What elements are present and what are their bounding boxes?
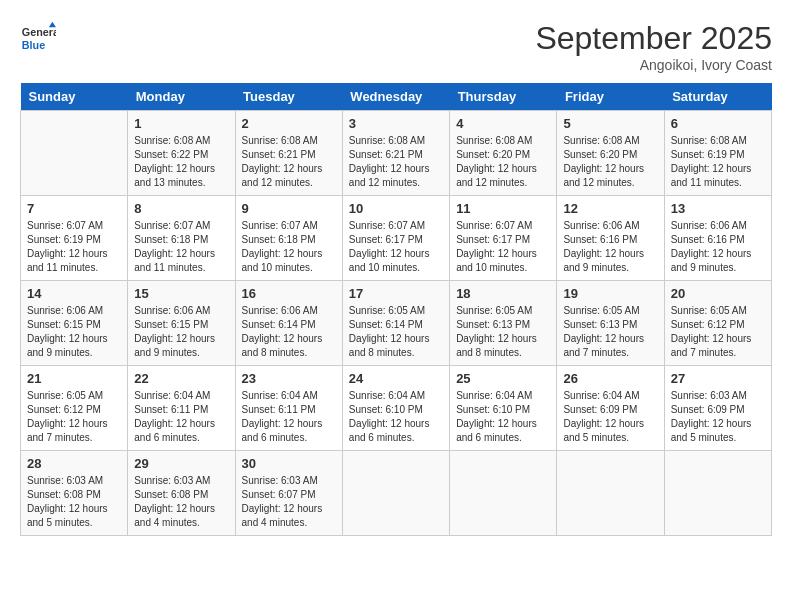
weekday-header-tuesday: Tuesday (235, 83, 342, 111)
calendar-cell: 19Sunrise: 6:05 AM Sunset: 6:13 PM Dayli… (557, 281, 664, 366)
day-info: Sunrise: 6:08 AM Sunset: 6:21 PM Dayligh… (349, 134, 443, 190)
day-info: Sunrise: 6:04 AM Sunset: 6:11 PM Dayligh… (242, 389, 336, 445)
day-number: 27 (671, 371, 765, 386)
day-number: 16 (242, 286, 336, 301)
weekday-header-wednesday: Wednesday (342, 83, 449, 111)
day-info: Sunrise: 6:04 AM Sunset: 6:10 PM Dayligh… (349, 389, 443, 445)
day-info: Sunrise: 6:03 AM Sunset: 6:09 PM Dayligh… (671, 389, 765, 445)
day-info: Sunrise: 6:08 AM Sunset: 6:20 PM Dayligh… (563, 134, 657, 190)
day-info: Sunrise: 6:06 AM Sunset: 6:15 PM Dayligh… (134, 304, 228, 360)
day-info: Sunrise: 6:07 AM Sunset: 6:19 PM Dayligh… (27, 219, 121, 275)
calendar-cell: 18Sunrise: 6:05 AM Sunset: 6:13 PM Dayli… (450, 281, 557, 366)
page-header: General Blue September 2025 Angoikoi, Iv… (20, 20, 772, 73)
day-info: Sunrise: 6:05 AM Sunset: 6:14 PM Dayligh… (349, 304, 443, 360)
calendar-header-row: SundayMondayTuesdayWednesdayThursdayFrid… (21, 83, 772, 111)
day-info: Sunrise: 6:05 AM Sunset: 6:13 PM Dayligh… (456, 304, 550, 360)
calendar-body: 1Sunrise: 6:08 AM Sunset: 6:22 PM Daylig… (21, 111, 772, 536)
day-number: 20 (671, 286, 765, 301)
calendar-cell: 15Sunrise: 6:06 AM Sunset: 6:15 PM Dayli… (128, 281, 235, 366)
day-number: 24 (349, 371, 443, 386)
calendar-week-5: 28Sunrise: 6:03 AM Sunset: 6:08 PM Dayli… (21, 451, 772, 536)
calendar-week-4: 21Sunrise: 6:05 AM Sunset: 6:12 PM Dayli… (21, 366, 772, 451)
title-section: September 2025 Angoikoi, Ivory Coast (535, 20, 772, 73)
day-info: Sunrise: 6:07 AM Sunset: 6:17 PM Dayligh… (349, 219, 443, 275)
calendar-cell: 1Sunrise: 6:08 AM Sunset: 6:22 PM Daylig… (128, 111, 235, 196)
day-number: 28 (27, 456, 121, 471)
calendar-cell: 5Sunrise: 6:08 AM Sunset: 6:20 PM Daylig… (557, 111, 664, 196)
day-number: 9 (242, 201, 336, 216)
calendar-cell (664, 451, 771, 536)
calendar-cell: 24Sunrise: 6:04 AM Sunset: 6:10 PM Dayli… (342, 366, 449, 451)
day-info: Sunrise: 6:04 AM Sunset: 6:09 PM Dayligh… (563, 389, 657, 445)
day-number: 7 (27, 201, 121, 216)
day-info: Sunrise: 6:05 AM Sunset: 6:13 PM Dayligh… (563, 304, 657, 360)
day-info: Sunrise: 6:06 AM Sunset: 6:14 PM Dayligh… (242, 304, 336, 360)
day-number: 25 (456, 371, 550, 386)
day-info: Sunrise: 6:07 AM Sunset: 6:18 PM Dayligh… (134, 219, 228, 275)
day-number: 19 (563, 286, 657, 301)
day-info: Sunrise: 6:04 AM Sunset: 6:11 PM Dayligh… (134, 389, 228, 445)
weekday-header-monday: Monday (128, 83, 235, 111)
calendar-week-3: 14Sunrise: 6:06 AM Sunset: 6:15 PM Dayli… (21, 281, 772, 366)
calendar-cell: 3Sunrise: 6:08 AM Sunset: 6:21 PM Daylig… (342, 111, 449, 196)
day-number: 22 (134, 371, 228, 386)
calendar-cell (342, 451, 449, 536)
calendar-table: SundayMondayTuesdayWednesdayThursdayFrid… (20, 83, 772, 536)
day-number: 4 (456, 116, 550, 131)
calendar-cell: 14Sunrise: 6:06 AM Sunset: 6:15 PM Dayli… (21, 281, 128, 366)
day-number: 10 (349, 201, 443, 216)
calendar-cell: 13Sunrise: 6:06 AM Sunset: 6:16 PM Dayli… (664, 196, 771, 281)
calendar-cell: 2Sunrise: 6:08 AM Sunset: 6:21 PM Daylig… (235, 111, 342, 196)
weekday-header-thursday: Thursday (450, 83, 557, 111)
weekday-header-saturday: Saturday (664, 83, 771, 111)
day-number: 2 (242, 116, 336, 131)
day-info: Sunrise: 6:08 AM Sunset: 6:21 PM Dayligh… (242, 134, 336, 190)
day-number: 17 (349, 286, 443, 301)
calendar-cell: 22Sunrise: 6:04 AM Sunset: 6:11 PM Dayli… (128, 366, 235, 451)
day-info: Sunrise: 6:04 AM Sunset: 6:10 PM Dayligh… (456, 389, 550, 445)
day-info: Sunrise: 6:05 AM Sunset: 6:12 PM Dayligh… (27, 389, 121, 445)
day-number: 3 (349, 116, 443, 131)
day-info: Sunrise: 6:08 AM Sunset: 6:20 PM Dayligh… (456, 134, 550, 190)
calendar-cell: 17Sunrise: 6:05 AM Sunset: 6:14 PM Dayli… (342, 281, 449, 366)
day-number: 15 (134, 286, 228, 301)
calendar-cell: 8Sunrise: 6:07 AM Sunset: 6:18 PM Daylig… (128, 196, 235, 281)
day-info: Sunrise: 6:03 AM Sunset: 6:08 PM Dayligh… (27, 474, 121, 530)
calendar-cell: 28Sunrise: 6:03 AM Sunset: 6:08 PM Dayli… (21, 451, 128, 536)
day-info: Sunrise: 6:06 AM Sunset: 6:15 PM Dayligh… (27, 304, 121, 360)
calendar-cell: 11Sunrise: 6:07 AM Sunset: 6:17 PM Dayli… (450, 196, 557, 281)
calendar-cell: 25Sunrise: 6:04 AM Sunset: 6:10 PM Dayli… (450, 366, 557, 451)
calendar-cell: 20Sunrise: 6:05 AM Sunset: 6:12 PM Dayli… (664, 281, 771, 366)
location-subtitle: Angoikoi, Ivory Coast (535, 57, 772, 73)
svg-marker-2 (49, 22, 56, 27)
month-title: September 2025 (535, 20, 772, 57)
day-number: 5 (563, 116, 657, 131)
calendar-cell: 29Sunrise: 6:03 AM Sunset: 6:08 PM Dayli… (128, 451, 235, 536)
day-number: 13 (671, 201, 765, 216)
day-info: Sunrise: 6:08 AM Sunset: 6:22 PM Dayligh… (134, 134, 228, 190)
day-number: 30 (242, 456, 336, 471)
calendar-cell: 27Sunrise: 6:03 AM Sunset: 6:09 PM Dayli… (664, 366, 771, 451)
calendar-cell: 12Sunrise: 6:06 AM Sunset: 6:16 PM Dayli… (557, 196, 664, 281)
calendar-cell: 30Sunrise: 6:03 AM Sunset: 6:07 PM Dayli… (235, 451, 342, 536)
calendar-cell: 23Sunrise: 6:04 AM Sunset: 6:11 PM Dayli… (235, 366, 342, 451)
day-number: 12 (563, 201, 657, 216)
day-info: Sunrise: 6:06 AM Sunset: 6:16 PM Dayligh… (671, 219, 765, 275)
calendar-week-2: 7Sunrise: 6:07 AM Sunset: 6:19 PM Daylig… (21, 196, 772, 281)
calendar-cell: 10Sunrise: 6:07 AM Sunset: 6:17 PM Dayli… (342, 196, 449, 281)
day-number: 1 (134, 116, 228, 131)
calendar-cell (557, 451, 664, 536)
day-number: 29 (134, 456, 228, 471)
calendar-cell (21, 111, 128, 196)
day-number: 8 (134, 201, 228, 216)
day-number: 6 (671, 116, 765, 131)
day-number: 26 (563, 371, 657, 386)
calendar-cell: 16Sunrise: 6:06 AM Sunset: 6:14 PM Dayli… (235, 281, 342, 366)
weekday-header-sunday: Sunday (21, 83, 128, 111)
calendar-week-1: 1Sunrise: 6:08 AM Sunset: 6:22 PM Daylig… (21, 111, 772, 196)
svg-text:Blue: Blue (22, 39, 45, 51)
logo-icon: General Blue (20, 20, 56, 56)
calendar-cell: 7Sunrise: 6:07 AM Sunset: 6:19 PM Daylig… (21, 196, 128, 281)
calendar-cell (450, 451, 557, 536)
day-info: Sunrise: 6:08 AM Sunset: 6:19 PM Dayligh… (671, 134, 765, 190)
